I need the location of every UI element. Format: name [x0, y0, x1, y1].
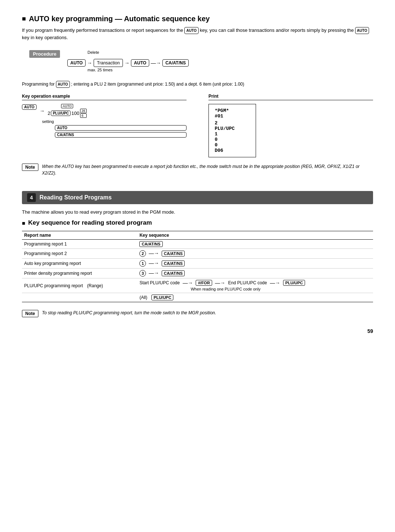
- page-number: 59: [22, 328, 373, 334]
- auto-section-title: AUTO key programming — Automatic sequenc…: [22, 15, 373, 23]
- section4-note-label: Note: [22, 310, 38, 317]
- key-sequence-table: Report name Key sequence Programming rep…: [22, 231, 373, 302]
- section4-number: 4: [27, 193, 36, 202]
- table-row: Printer density programming report 3 —→ …: [22, 269, 373, 278]
- diagram-flow: AUTO → Transaction → AUTO —→ CA/AT/NS: [67, 59, 189, 67]
- auto-bottom-key: AUTO: [55, 125, 187, 131]
- caatns-bottom-key: CA/AT/NS: [55, 132, 187, 138]
- pluupc-all-key: PLU/UPC: [151, 295, 173, 300]
- print-box: *PGM* #01 2 PLU/UPC 1 0 0 D06: [208, 104, 256, 157]
- section4: 4 Reading Stored Programs The machine al…: [22, 191, 373, 318]
- num1-circle: 1: [139, 260, 146, 267]
- num3-circle: 3: [139, 270, 146, 277]
- section4-header: 4 Reading Stored Programs: [22, 191, 373, 204]
- section4-note: Note To stop reading PLU/UPC programming…: [22, 310, 373, 317]
- num100-label: 100: [71, 110, 79, 116]
- section4-title: Reading Stored Programs: [40, 194, 112, 201]
- table-row: Auto key programming report 1 —→ CA/AT/N…: [22, 259, 373, 269]
- table-row: Programming report 2 2 —→ CA/AT/NS: [22, 249, 373, 259]
- sub-section-title: Key sequence for reading stored program: [22, 219, 373, 226]
- section4-note-text: To stop reading PLU/UPC programming repo…: [42, 310, 216, 316]
- note-label: Note: [22, 164, 38, 171]
- caatns-key-r3: CA/AT/NS: [162, 261, 185, 266]
- auto-inline-note: AUTO: [56, 81, 70, 88]
- max-label: max. 25 times: [87, 68, 112, 72]
- auto-key-diagram: AUTO: [67, 59, 86, 67]
- auto-key-diagram2: AUTO: [131, 59, 149, 67]
- caatns-key-r4: CA/AT/NS: [162, 270, 185, 276]
- col-report: Report name: [22, 231, 137, 240]
- sup-6: 6: [80, 113, 87, 118]
- caatns-key-r1: CA/AT/NS: [139, 241, 162, 247]
- procedure-diagram: Procedure Delete AUTO → Transaction → AU…: [22, 46, 373, 76]
- print-label: Print: [208, 94, 373, 100]
- example-section: Key operation example AUTO → AUTO 2 PLU/…: [22, 94, 373, 157]
- transaction-box: Transaction: [94, 59, 123, 67]
- delete-label: Delete: [87, 50, 99, 55]
- table-row: (All) PLU/UPC: [22, 293, 373, 302]
- num2-label: 2: [48, 110, 50, 116]
- auto-note: Note When the AUTO key has been programm…: [22, 163, 373, 176]
- pluupc-end-key: PLU/UPC: [283, 280, 305, 286]
- setting-label: setting: [42, 119, 54, 124]
- key-op-label: Key operation example: [22, 94, 187, 100]
- table-row: PLU/UPC programming report (Range) Start…: [22, 278, 373, 293]
- caatns-key-diagram: CA/AT/NS: [162, 59, 189, 67]
- auto-key-inline2: AUTO: [355, 27, 369, 34]
- range-note: When reading one PLU/UPC code only: [191, 287, 371, 291]
- procedure-label: Procedure: [29, 50, 60, 58]
- caatns-key-r2: CA/AT/NS: [162, 251, 185, 256]
- auto-superscript: AUTO: [61, 104, 73, 108]
- hash-for-key: #/FOR: [196, 280, 212, 286]
- key-op-example: Key operation example AUTO → AUTO 2 PLU/…: [22, 94, 187, 157]
- col-sequence: Key sequence: [137, 231, 373, 240]
- auto-key-inline: AUTO: [184, 27, 198, 34]
- auto-op-key: AUTO: [22, 104, 37, 110]
- table-row: Programming report 1 CA/AT/NS: [22, 240, 373, 249]
- auto-description: If you program frequently performed tran…: [22, 27, 373, 41]
- note-text: When the AUTO key has been programmed to…: [42, 163, 373, 176]
- num2-circle: 2: [139, 250, 146, 257]
- programming-note: Programming for AUTO ; entering a PLU 2 …: [22, 81, 373, 88]
- section4-description: The machine allows you to read every pro…: [22, 209, 373, 216]
- key-op-flow: AUTO → AUTO 2 PLU/UPC 100 26 6: [22, 104, 187, 118]
- pluupc-key: PLU/UPC: [51, 110, 71, 116]
- auto-section: AUTO key programming — Automatic sequenc…: [22, 15, 373, 176]
- print-example: Print *PGM* #01 2 PLU/UPC 1 0 0 D06: [208, 94, 373, 157]
- sup-26: 26: [80, 109, 87, 113]
